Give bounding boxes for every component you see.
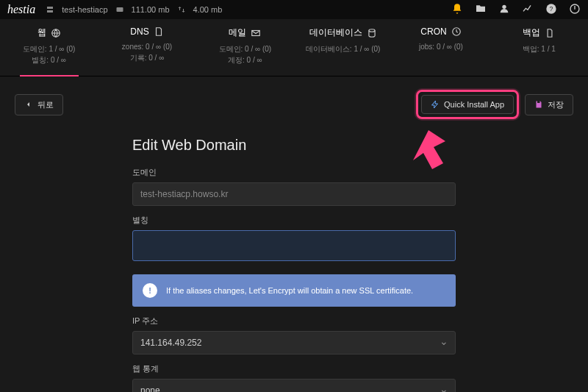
back-label: 뒤로 (37, 99, 54, 110)
tab-stat-1: zones: 0 / ∞ (0) (122, 41, 172, 52)
tab-label: 데이터베이스 (309, 26, 362, 39)
doc-icon (545, 28, 555, 38)
quick-install-button[interactable]: Quick Install App (421, 95, 514, 114)
tab-label: DNS (130, 26, 148, 37)
ip-select[interactable]: 141.164.49.252 (132, 331, 456, 354)
tab-3[interactable]: 데이터베이스데이터베이스: 1 / ∞ (0) (294, 19, 392, 76)
clock-icon (451, 26, 462, 37)
file-icon (154, 26, 164, 37)
tab-label: 백업 (523, 26, 540, 39)
tab-label: CRON (420, 26, 446, 37)
toolbar: 뒤로 Quick Install App 저장 (0, 76, 588, 126)
svg-point-7 (369, 29, 375, 32)
tab-stat-1: 도메인: 1 / ∞ (0) (23, 43, 76, 54)
tab-stat-2: 별칭: 0 / ∞ (32, 54, 66, 65)
alert-text: If the aliases changes, Let's Encrypt wi… (166, 286, 413, 295)
highlight-quick-install: Quick Install App (416, 90, 519, 119)
topbar-left: hestia test-hestiacp 111.00 mb 4.00 mb (7, 3, 222, 16)
tab-label: 메일 (229, 26, 246, 39)
mail-icon (251, 28, 261, 38)
tab-label: 웹 (37, 26, 46, 39)
quick-install-label: Quick Install App (444, 100, 504, 109)
tab-0[interactable]: 웹도메인: 1 / ∞ (0)별칭: 0 / ∞ (0, 19, 98, 76)
disk-icon (115, 5, 124, 14)
tab-stat-2: 계정: 0 / ∞ (228, 54, 262, 65)
server-icon (46, 5, 54, 14)
help-icon[interactable]: ? (545, 3, 557, 16)
logout-icon[interactable] (569, 3, 581, 16)
svg-point-1 (502, 5, 506, 9)
stats-icon[interactable] (522, 3, 534, 16)
tab-stat-2: 기록: 0 / ∞ (130, 52, 165, 63)
stats-select[interactable]: none (132, 379, 456, 392)
back-button[interactable]: 뒤로 (15, 94, 63, 115)
main-tabs: 웹도메인: 1 / ∞ (0)별칭: 0 / ∞DNSzones: 0 / ∞ … (0, 19, 588, 76)
tab-stat-1: 데이터베이스: 1 / ∞ (0) (306, 43, 381, 54)
tab-stat-1: 백업: 1 / 1 (523, 43, 556, 54)
globe-icon (51, 28, 61, 38)
tab-2[interactable]: 메일도메인: 0 / ∞ (0)계정: 0 / ∞ (196, 19, 294, 76)
bandwidth-usage: 4.00 mb (193, 5, 223, 14)
ssl-alert: ! If the aliases changes, Let's Encrypt … (132, 274, 456, 307)
stats-label: 웹 통계 (132, 363, 456, 374)
svg-text:?: ? (550, 5, 553, 13)
logo[interactable]: hestia (7, 3, 35, 16)
tab-stat-1: 도메인: 0 / ∞ (0) (219, 43, 272, 54)
domain-input[interactable] (132, 182, 456, 206)
ip-label: IP 주소 (132, 316, 456, 327)
domain-label: 도메인 (132, 167, 456, 178)
tab-4[interactable]: CRONjobs: 0 / ∞ (0) (392, 19, 490, 76)
topbar-right: ? (451, 3, 581, 16)
tab-1[interactable]: DNSzones: 0 / ∞ (0)기록: 0 / ∞ (98, 19, 196, 76)
svg-rect-0 (116, 7, 123, 12)
save-label: 저장 (548, 99, 564, 110)
alias-textarea[interactable] (132, 230, 456, 261)
topbar: hestia test-hestiacp 111.00 mb 4.00 mb ? (0, 0, 588, 19)
tab-5[interactable]: 백업백업: 1 / 1 (490, 19, 588, 76)
db-icon (367, 28, 377, 38)
bell-icon[interactable] (451, 3, 463, 16)
save-button[interactable]: 저장 (525, 94, 573, 115)
alias-label: 별칭 (132, 215, 456, 226)
page-title: Edit Web Domain (132, 137, 456, 154)
hostname[interactable]: test-hestiacp (62, 5, 107, 14)
user-icon[interactable] (498, 3, 510, 16)
form-area: Edit Web Domain 도메인 별칭 ! If the aliases … (0, 137, 588, 392)
info-icon: ! (143, 283, 157, 298)
folder-icon[interactable] (475, 3, 487, 16)
transfer-icon (177, 5, 186, 14)
tab-stat-1: jobs: 0 / ∞ (0) (419, 41, 463, 52)
disk-usage: 111.00 mb (132, 5, 170, 14)
